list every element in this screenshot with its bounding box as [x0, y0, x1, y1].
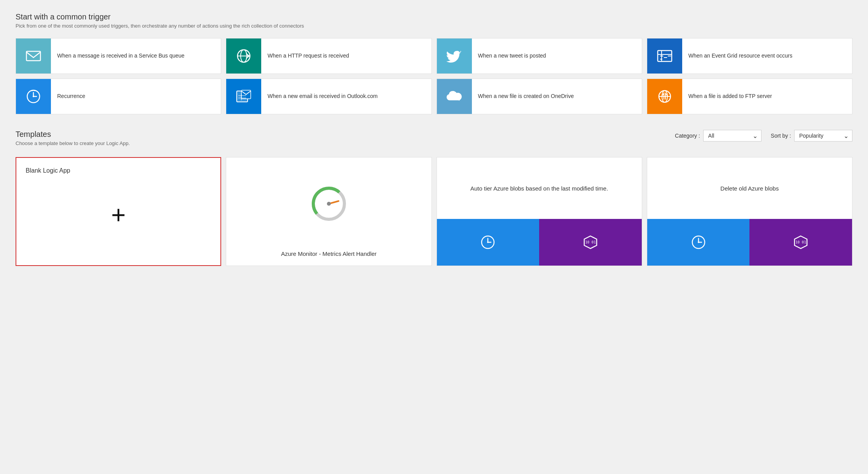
svg-text:10
01: 10 01 — [796, 240, 806, 244]
tweet-icon-box — [437, 38, 472, 73]
template-auto-tier-blobs[interactable]: Auto tier Azure blobs based on the last … — [437, 157, 642, 266]
blank-logic-app-title: Blank Logic App — [26, 167, 211, 174]
category-select-wrapper[interactable]: All — [703, 130, 761, 142]
category-filter-group: Category : All — [675, 130, 761, 142]
page-container: Start with a common trigger Pick from on… — [16, 12, 852, 266]
onedrive-label: When a new file is created on OneDrive — [472, 88, 580, 105]
onedrive-icon-box — [437, 79, 472, 114]
auto-tier-blob-icon: 10 01 — [539, 219, 642, 266]
ftp-label: When a file is added to FTP server — [682, 88, 778, 105]
svg-text:10
01: 10 01 — [585, 240, 596, 244]
svg-point-22 — [327, 202, 331, 206]
auto-tier-blobs-label: Auto tier Azure blobs based on the last … — [470, 184, 608, 192]
cloud-icon — [445, 88, 464, 105]
twitter-bird-icon — [446, 47, 463, 65]
http-request-label: When a HTTP request is received — [261, 47, 355, 65]
triggers-title: Start with a common trigger — [16, 12, 852, 21]
template-blank-logic-app[interactable]: Blank Logic App + — [16, 157, 221, 266]
svg-point-32 — [698, 241, 699, 243]
outlook-icon-box — [226, 79, 261, 114]
tweet-label: When a new tweet is posted — [472, 47, 552, 65]
trigger-onedrive[interactable]: When a new file is created on OneDrive — [437, 79, 642, 114]
sortby-select-wrapper[interactable]: Popularity — [794, 130, 852, 142]
recurrence-icon-box — [16, 79, 51, 114]
auto-tier-clock-icon — [437, 219, 540, 266]
delete-old-blobs-label: Delete old Azure blobs — [720, 184, 779, 192]
templates-title: Templates — [16, 130, 675, 139]
sortby-select[interactable]: Popularity — [794, 130, 852, 142]
trigger-tweet[interactable]: When a new tweet is posted — [437, 38, 642, 74]
trigger-service-bus[interactable]: When a message is received in a Service … — [16, 38, 221, 74]
templates-header: Templates Choose a template below to cre… — [16, 130, 852, 146]
templates-subtitle: Choose a template below to create your L… — [16, 140, 675, 146]
http-request-icon-box — [226, 38, 261, 73]
ftp-icon-box — [647, 79, 682, 114]
trigger-outlook-email[interactable]: When a new email is received in Outlook.… — [226, 79, 431, 114]
trigger-recurrence[interactable]: Recurrence — [16, 79, 221, 114]
azure-monitor-label: Azure Monitor - Metrics Alert Handler — [281, 250, 377, 258]
category-select[interactable]: All — [703, 130, 761, 142]
svg-point-26 — [487, 241, 489, 243]
event-grid-icon-box — [647, 38, 682, 73]
azure-monitor-icon-area — [304, 157, 354, 250]
triggers-section: Start with a common trigger Pick from on… — [16, 12, 852, 114]
recurrence-label: Recurrence — [51, 88, 91, 105]
event-grid-icon — [656, 47, 673, 65]
template-delete-old-blobs[interactable]: Delete old Azure blobs — [647, 157, 852, 266]
svg-rect-0 — [26, 51, 40, 61]
category-label: Category : — [675, 133, 700, 139]
clock-icon — [25, 88, 42, 105]
trigger-http-request[interactable]: When a HTTP request is received — [226, 38, 431, 74]
sortby-label: Sort by : — [771, 133, 791, 139]
templates-title-block: Templates Choose a template below to cre… — [16, 130, 675, 146]
templates-grid: Blank Logic App + — [16, 157, 852, 266]
filter-controls: Category : All Sort by : Popularity — [675, 130, 852, 142]
template-azure-monitor[interactable]: Azure Monitor - Metrics Alert Handler — [226, 157, 431, 266]
delete-blobs-clock-icon — [647, 219, 750, 266]
auto-tier-blobs-icons: 10 01 — [437, 219, 642, 266]
templates-section: Templates Choose a template below to cre… — [16, 130, 852, 266]
outlook-icon — [235, 88, 252, 105]
outlook-label: When a new email is received in Outlook.… — [261, 88, 384, 105]
ftp-icon — [656, 88, 673, 105]
sortby-filter-group: Sort by : Popularity — [771, 130, 852, 142]
http-request-icon — [235, 47, 252, 65]
event-grid-label: When an Event Grid resource event occurs — [682, 47, 799, 65]
trigger-event-grid[interactable]: When an Event Grid resource event occurs — [647, 38, 852, 74]
gauge-icon — [311, 186, 346, 221]
trigger-ftp[interactable]: When a file is added to FTP server — [647, 79, 852, 114]
delete-old-blobs-icons: 10 01 — [647, 219, 852, 266]
service-bus-icon — [25, 47, 42, 65]
service-bus-icon-box — [16, 38, 51, 73]
service-bus-label: When a message is received in a Service … — [51, 47, 191, 65]
triggers-grid: When a message is received in a Service … — [16, 38, 852, 114]
delete-blobs-blob-icon: 10 01 — [749, 219, 852, 266]
triggers-subtitle: Pick from one of the most commonly used … — [16, 23, 852, 29]
svg-point-10 — [33, 96, 34, 97]
blank-logic-app-plus-icon: + — [111, 203, 126, 227]
